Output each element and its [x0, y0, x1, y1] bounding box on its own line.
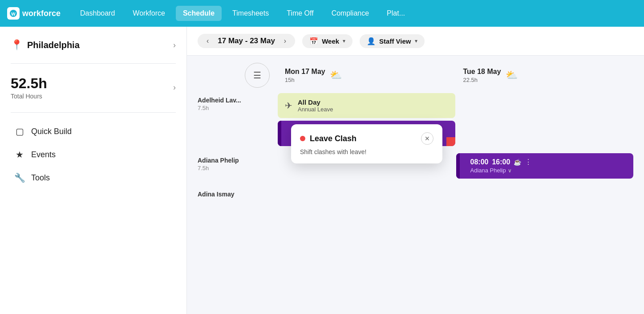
tools-icon: 🔧 — [14, 172, 25, 183]
total-hours-value: 52.5h — [11, 75, 47, 92]
week-view-selector[interactable]: 📅 Week ▾ — [302, 34, 352, 48]
divider-2 — [11, 112, 176, 113]
adelheid-tue-cell — [456, 93, 634, 120]
logo-text: workforce — [22, 9, 61, 18]
staff-view-selector[interactable]: 👤 Staff View ▾ — [360, 34, 424, 48]
nav-item-schedule[interactable]: Schedule — [176, 6, 222, 21]
staff-info-adiana: Adiana Phelip 7.5h — [198, 153, 277, 175]
main-layout: 📍 Philadelphia › 52.5h Total Hours › ▢ Q… — [0, 27, 644, 314]
clash-dot — [300, 136, 305, 141]
mon-day-name: Mon 17 May — [285, 68, 325, 76]
divider-1 — [11, 63, 176, 64]
sidebar-menu: ▢ Quick Build ★ Events 🔧 Tools — [11, 121, 176, 188]
staff-hours-adiana: 7.5h — [198, 165, 271, 171]
total-hours-chevron-icon: › — [173, 83, 176, 92]
quick-build-icon: ▢ — [14, 126, 25, 137]
location-icon: 📍 — [11, 39, 23, 51]
staff-hours-adelheid: 7.5h — [198, 105, 271, 111]
staff-name-adelheid: Adelheid Lav... — [198, 97, 271, 104]
leave-card-subtitle: Annual Leave — [298, 106, 333, 113]
nav-item-timesheets[interactable]: Timesheets — [225, 6, 276, 21]
mon-day-hours: 15h — [285, 77, 325, 83]
adina-tue-cell — [456, 187, 634, 214]
total-hours-row[interactable]: 52.5h Total Hours › — [11, 67, 176, 109]
tue-day-hours: 22.5h — [463, 77, 501, 83]
shift-left-bar — [278, 121, 281, 146]
sidebar-item-events[interactable]: ★ Events — [11, 144, 176, 165]
leave-card-title: All Day — [298, 98, 333, 106]
mon-weather-icon: ⛅ — [330, 69, 342, 81]
nav-item-compliance[interactable]: Compliance — [324, 6, 376, 21]
grid-header: ☰ Mon 17 May 15h ⛅ Tue 18 M — [198, 63, 633, 88]
day-header-mon: Mon 17 May 15h ⛅ — [278, 64, 455, 87]
staff-name-adina: Adina Ismay — [198, 191, 271, 198]
shift-name-dropdown-icon-adiana: ∨ — [508, 167, 512, 174]
location-name: Philadelphia — [27, 40, 80, 50]
nav-item-dashboard[interactable]: Dashboard — [73, 6, 122, 21]
view-dropdown-icon: ▾ — [343, 38, 345, 44]
events-icon: ★ — [14, 149, 25, 160]
clash-tooltip: Leave Clash ✕ Shift clashes with leave! — [291, 124, 442, 163]
next-week-button[interactable]: › — [282, 37, 288, 45]
app-logo: w workforce — [7, 7, 61, 20]
staff-info-adina: Adina Ismay — [198, 187, 277, 202]
clash-message: Shift clashes with leave! — [300, 148, 433, 155]
sidebar: 📍 Philadelphia › 52.5h Total Hours › ▢ Q… — [0, 27, 187, 314]
shift-start-adiana: 08:00 — [470, 158, 489, 166]
view-label: Week — [322, 37, 339, 45]
adelheid-mon-cell: ✈ All Day Annual Leave 08:00 16:00 — [278, 93, 455, 146]
schedule-toolbar: ‹ 17 May - 23 May › 📅 Week ▾ 👤 Staff Vie… — [187, 27, 644, 56]
tue-weather-icon: ⛅ — [506, 69, 518, 81]
sidebar-item-tools[interactable]: 🔧 Tools — [11, 167, 176, 188]
shift-left-bar-adiana — [456, 153, 460, 179]
airplane-icon: ✈ — [285, 100, 292, 111]
day-header-tue: Tue 18 May 22.5h ⛅ — [456, 64, 634, 87]
staff-view-label: Staff View — [379, 37, 411, 45]
shift-more-icon-adiana[interactable]: ⋮ — [525, 158, 532, 166]
logo-icon: w — [7, 7, 20, 20]
staff-view-dropdown-icon: ▾ — [415, 38, 417, 44]
sidebar-label-tools: Tools — [31, 173, 50, 183]
content-area: ‹ 17 May - 23 May › 📅 Week ▾ 👤 Staff Vie… — [187, 27, 644, 314]
sidebar-item-quick-build[interactable]: ▢ Quick Build — [11, 121, 176, 142]
location-selector[interactable]: 📍 Philadelphia › — [11, 36, 176, 60]
prev-week-button[interactable]: ‹ — [205, 37, 211, 45]
nav-item-platform[interactable]: Plat... — [380, 6, 412, 21]
clash-close-button[interactable]: ✕ — [421, 132, 433, 145]
staff-row-adelheid: Adelheid Lav... 7.5h ✈ All Day Annual Le… — [198, 93, 633, 146]
staff-icon: 👤 — [367, 37, 376, 45]
tue-day-name: Tue 18 May — [463, 68, 501, 76]
total-hours-label: Total Hours — [11, 93, 47, 100]
shift-end-adiana: 16:00 — [492, 158, 510, 166]
shift-coffee-icon-adiana: ☕ — [514, 159, 521, 166]
staff-info-adelheid: Adelheid Lav... 7.5h — [198, 93, 277, 115]
clash-accent — [446, 137, 455, 146]
adina-mon-cell — [278, 187, 455, 214]
clash-title: Leave Clash — [310, 134, 356, 143]
date-navigation: ‹ 17 May - 23 May › — [198, 34, 295, 48]
svg-text:w: w — [11, 11, 16, 17]
staff-name-adiana: Adiana Phelip — [198, 157, 271, 164]
adiana-tue-cell: 08:00 16:00 ☕ ⋮ Adiana Phelip ∨ — [456, 153, 634, 180]
leave-card-adelheid[interactable]: ✈ All Day Annual Leave — [278, 93, 455, 118]
sidebar-label-events: Events — [31, 150, 56, 159]
shift-employee-name-adiana: Adiana Phelip — [470, 167, 506, 174]
nav-item-workforce[interactable]: Workforce — [126, 6, 172, 21]
schedule-grid: ☰ Mon 17 May 15h ⛅ Tue 18 M — [187, 56, 644, 314]
shift-card-adiana[interactable]: 08:00 16:00 ☕ ⋮ Adiana Phelip ∨ — [456, 153, 634, 179]
staff-row-adina: Adina Ismay — [198, 187, 633, 214]
calendar-icon: 📅 — [309, 37, 318, 45]
nav-item-timeoff[interactable]: Time Off — [279, 6, 320, 21]
sidebar-label-quick-build: Quick Build — [31, 127, 72, 136]
top-navigation: w workforce Dashboard Workforce Schedule… — [0, 0, 644, 27]
location-chevron-icon: › — [173, 41, 176, 50]
filter-icon: ☰ — [253, 70, 261, 81]
date-range-label: 17 May - 23 May — [214, 37, 279, 45]
filter-button[interactable]: ☰ — [245, 63, 270, 88]
